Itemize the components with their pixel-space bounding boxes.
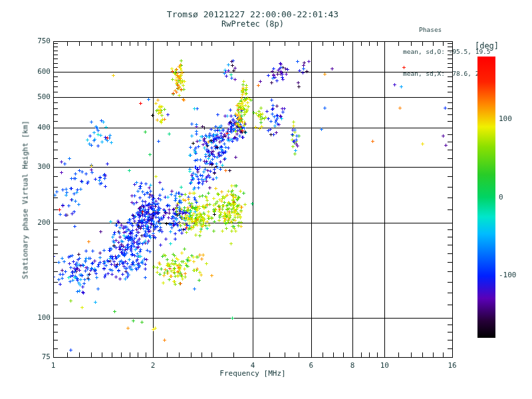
y-axis-title: Stationary phase Virtual Height [km] bbox=[21, 41, 30, 360]
colorbar bbox=[477, 57, 495, 338]
y-tick-label: 75 bbox=[25, 352, 51, 361]
y-tick-label: 100 bbox=[25, 313, 51, 322]
colorbar-tick-label: 0 bbox=[499, 193, 503, 201]
colorbar-tick-label: 100 bbox=[499, 114, 512, 123]
ionogram-window: { "window": { "background": "#ffffff", "… bbox=[0, 0, 532, 399]
x-tick-label: 10 bbox=[371, 361, 398, 370]
x-tick-label: 2 bbox=[140, 361, 166, 370]
x-tick-label: 16 bbox=[439, 361, 466, 370]
y-tick-label: 300 bbox=[25, 162, 51, 171]
x-tick-label: 1 bbox=[40, 361, 66, 370]
y-tick-label: 400 bbox=[25, 123, 51, 132]
x-axis-title: Frequency [MHz] bbox=[53, 369, 452, 378]
y-tick-label: 500 bbox=[25, 92, 51, 101]
x-tick-label: 6 bbox=[298, 361, 325, 370]
y-tick-label: 600 bbox=[25, 67, 51, 76]
colorbar-unit-label: [deg] bbox=[473, 41, 500, 51]
phase-stats-header: Phases bbox=[403, 26, 491, 33]
x-tick-label: 8 bbox=[339, 361, 366, 370]
page-title: Tromsø 20121227 22:00:00-22:01:43 bbox=[53, 9, 452, 19]
colorbar-tick-label: -100 bbox=[499, 271, 517, 279]
plot-subtitle: RwPretec (8p) bbox=[53, 19, 452, 29]
x-tick-label: 4 bbox=[239, 361, 266, 370]
y-tick-label: 750 bbox=[25, 37, 51, 45]
y-tick-label: 200 bbox=[25, 218, 51, 227]
